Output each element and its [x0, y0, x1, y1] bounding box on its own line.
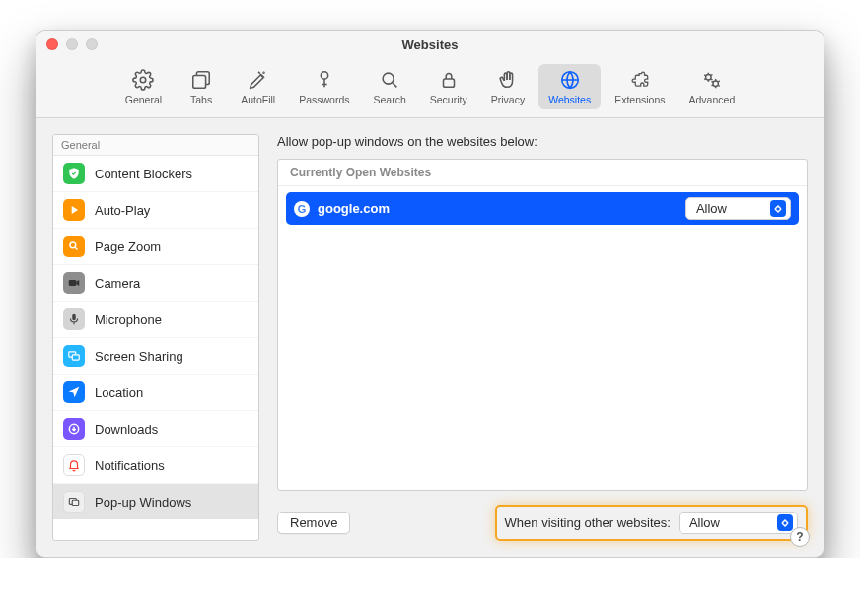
google-favicon-icon: G — [294, 201, 310, 217]
lock-icon — [437, 68, 461, 92]
default-permission-highlight: When visiting other websites: Allow — [495, 505, 808, 541]
svg-rect-13 — [72, 355, 79, 360]
tabs-icon — [189, 68, 213, 92]
sidebar-item-label: Content Blockers — [95, 167, 192, 181]
titlebar: Websites — [36, 31, 824, 58]
bell-icon — [63, 454, 85, 476]
main-footer: Remove When visiting other websites: All… — [277, 505, 808, 541]
autofill-icon — [247, 68, 270, 92]
sidebar-item-label: Auto-Play — [95, 203, 150, 218]
main-panel: Allow pop-up windows on the websites bel… — [277, 134, 808, 541]
toolbar-advanced[interactable]: Advanced — [680, 64, 746, 109]
toolbar-label: Tabs — [190, 94, 212, 105]
zoom-icon — [63, 236, 85, 257]
svg-rect-16 — [72, 500, 78, 505]
main-heading: Allow pop-up windows on the websites bel… — [277, 134, 808, 149]
toolbar-label: Websites — [548, 94, 591, 105]
sidebar-item-label: Screen Sharing — [95, 349, 183, 364]
sidebar-item-microphone[interactable]: Microphone — [53, 301, 258, 337]
download-icon — [63, 418, 85, 440]
minimize-window-button[interactable] — [66, 38, 78, 50]
sidebar-item-content-blockers[interactable]: Content Blockers — [53, 156, 258, 191]
globe-icon — [558, 68, 582, 92]
section-header: Currently Open Websites — [278, 160, 807, 186]
puzzle-icon — [628, 68, 652, 92]
content-area: General Content Blockers Auto-Play — [36, 118, 824, 557]
sidebar-item-popup-windows[interactable]: Pop-up Windows — [53, 483, 258, 519]
select-value: Allow — [696, 201, 727, 216]
screens-icon — [63, 345, 85, 367]
sidebar-item-label: Page Zoom — [95, 240, 161, 254]
window-controls — [46, 38, 98, 50]
shield-check-icon — [63, 163, 85, 184]
svg-point-4 — [383, 73, 394, 84]
svg-point-3 — [321, 72, 327, 79]
window-title: Websites — [402, 37, 459, 52]
svg-rect-1 — [193, 75, 206, 88]
close-window-button[interactable] — [46, 38, 58, 50]
sidebar-item-label: Pop-up Windows — [95, 495, 191, 510]
stepper-chevrons-icon — [777, 514, 793, 531]
help-label: ? — [796, 530, 803, 544]
toolbar-tabs[interactable]: Tabs — [176, 64, 227, 109]
sidebar-item-label: Downloads — [95, 422, 158, 437]
toolbar-websites[interactable]: Websites — [538, 64, 601, 109]
windows-icon — [63, 491, 85, 513]
toolbar-label: Extensions — [614, 94, 665, 105]
help-button[interactable]: ? — [790, 527, 810, 547]
hand-icon — [496, 68, 520, 92]
remove-button[interactable]: Remove — [277, 512, 350, 534]
sidebar-item-screen-sharing[interactable]: Screen Sharing — [53, 337, 258, 374]
websites-table: Currently Open Websites G google.com All… — [277, 159, 808, 491]
svg-point-8 — [713, 81, 719, 87]
toolbar-label: Advanced — [689, 94, 736, 105]
default-permission-label: When visiting other websites: — [505, 515, 671, 530]
svg-point-9 — [70, 242, 76, 248]
toolbar-search[interactable]: Search — [364, 64, 416, 109]
gear-icon — [131, 68, 155, 92]
toolbar-autofill[interactable]: AutoFill — [231, 64, 285, 109]
svg-point-0 — [141, 77, 147, 83]
key-icon — [313, 68, 336, 92]
sidebar-item-location[interactable]: Location — [53, 374, 258, 410]
svg-rect-11 — [72, 314, 76, 320]
svg-rect-5 — [443, 79, 454, 87]
svg-rect-10 — [69, 280, 77, 286]
toolbar-label: Security — [430, 94, 467, 105]
select-value: Allow — [689, 515, 720, 530]
sidebar-list: Content Blockers Auto-Play Page Zoom — [53, 156, 258, 540]
toolbar-label: Privacy — [491, 94, 525, 105]
sidebar: General Content Blockers Auto-Play — [52, 134, 259, 541]
sidebar-section-header: General — [53, 135, 258, 156]
sidebar-item-page-zoom[interactable]: Page Zoom — [53, 228, 258, 264]
sidebar-item-label: Microphone — [95, 312, 162, 327]
toolbar-label: AutoFill — [241, 94, 275, 105]
sidebar-item-auto-play[interactable]: Auto-Play — [53, 191, 258, 228]
camera-icon — [63, 272, 85, 294]
sidebar-item-notifications[interactable]: Notifications — [53, 446, 258, 483]
toolbar-privacy[interactable]: Privacy — [481, 64, 535, 109]
toolbar-label: Passwords — [299, 94, 349, 105]
microphone-icon — [63, 308, 85, 330]
location-arrow-icon — [63, 381, 85, 403]
toolbar-general[interactable]: General — [115, 64, 172, 109]
sidebar-item-camera[interactable]: Camera — [53, 264, 258, 301]
zoom-window-button[interactable] — [86, 38, 98, 50]
toolbar-security[interactable]: Security — [420, 64, 477, 109]
search-icon — [378, 68, 401, 92]
default-permission-select[interactable]: Allow — [679, 512, 798, 534]
sidebar-item-label: Location — [95, 385, 143, 400]
sidebar-item-label: Camera — [95, 276, 140, 291]
preferences-window: Websites General Tabs AutoFill Passwords — [36, 30, 824, 558]
play-icon — [63, 199, 85, 221]
toolbar-label: General — [125, 94, 162, 105]
website-name: google.com — [318, 201, 678, 216]
toolbar-passwords[interactable]: Passwords — [289, 64, 359, 109]
toolbar-extensions[interactable]: Extensions — [605, 64, 675, 109]
row-permission-select[interactable]: Allow — [685, 197, 791, 220]
svg-point-2 — [263, 72, 264, 73]
stepper-chevrons-icon — [770, 200, 786, 217]
sidebar-item-downloads[interactable]: Downloads — [53, 410, 258, 446]
gears-icon — [700, 68, 724, 92]
website-row[interactable]: G google.com Allow — [286, 192, 799, 225]
